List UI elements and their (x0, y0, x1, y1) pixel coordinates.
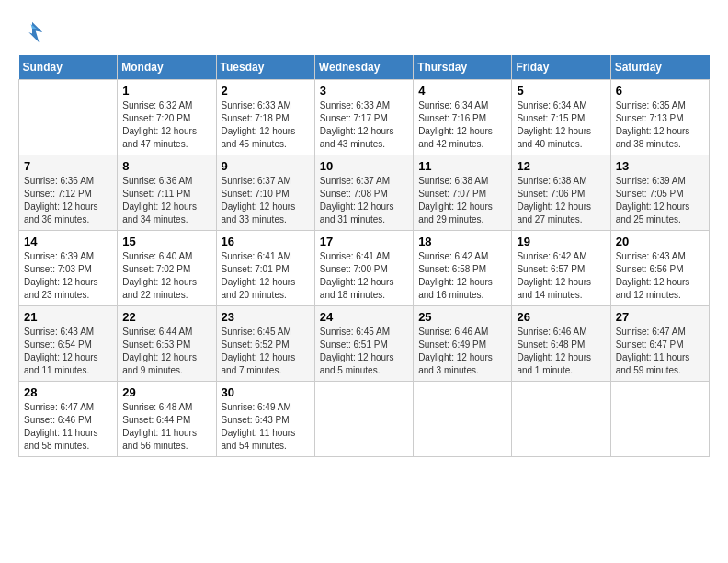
svg-marker-0 (28, 22, 42, 43)
day-info: Sunrise: 6:42 AM Sunset: 6:58 PM Dayligh… (418, 250, 506, 302)
day-info: Sunrise: 6:39 AM Sunset: 7:05 PM Dayligh… (616, 175, 704, 226)
day-number: 11 (418, 159, 506, 173)
calendar-cell: 7Sunrise: 6:36 AM Sunset: 7:12 PM Daylig… (19, 155, 118, 231)
day-header-tuesday: Tuesday (216, 55, 314, 80)
day-number: 23 (222, 310, 310, 324)
calendar-cell (512, 382, 610, 457)
day-info: Sunrise: 6:45 AM Sunset: 6:51 PM Dayligh… (320, 326, 408, 377)
day-number: 27 (616, 310, 704, 324)
day-info: Sunrise: 6:45 AM Sunset: 6:52 PM Dayligh… (222, 326, 310, 377)
calendar-cell: 21Sunrise: 6:43 AM Sunset: 6:54 PM Dayli… (19, 306, 118, 382)
calendar-cell: 11Sunrise: 6:38 AM Sunset: 7:07 PM Dayli… (414, 155, 512, 231)
day-number: 6 (616, 84, 704, 98)
day-number: 19 (517, 235, 605, 248)
day-number: 2 (222, 84, 310, 98)
day-info: Sunrise: 6:38 AM Sunset: 7:06 PM Dayligh… (517, 175, 605, 226)
day-number: 4 (418, 84, 506, 98)
day-info: Sunrise: 6:34 AM Sunset: 7:15 PM Dayligh… (517, 99, 605, 151)
logo-icon (18, 18, 46, 46)
day-number: 12 (517, 159, 605, 173)
calendar-week-5: 28Sunrise: 6:47 AM Sunset: 6:46 PM Dayli… (19, 382, 710, 457)
day-info: Sunrise: 6:47 AM Sunset: 6:47 PM Dayligh… (616, 326, 704, 377)
calendar-cell: 5Sunrise: 6:34 AM Sunset: 7:15 PM Daylig… (512, 80, 610, 155)
day-info: Sunrise: 6:33 AM Sunset: 7:18 PM Dayligh… (222, 99, 310, 151)
day-info: Sunrise: 6:43 AM Sunset: 6:56 PM Dayligh… (616, 250, 704, 302)
day-info: Sunrise: 6:34 AM Sunset: 7:16 PM Dayligh… (418, 99, 506, 151)
calendar-cell (19, 80, 118, 155)
calendar-cell: 24Sunrise: 6:45 AM Sunset: 6:51 PM Dayli… (314, 306, 413, 382)
day-number: 20 (616, 235, 704, 248)
calendar-cell: 12Sunrise: 6:38 AM Sunset: 7:06 PM Dayli… (512, 155, 610, 231)
calendar-week-3: 14Sunrise: 6:39 AM Sunset: 7:03 PM Dayli… (19, 231, 710, 306)
day-number: 9 (222, 159, 310, 173)
calendar-cell: 6Sunrise: 6:35 AM Sunset: 7:13 PM Daylig… (610, 80, 709, 155)
day-info: Sunrise: 6:35 AM Sunset: 7:13 PM Dayligh… (616, 99, 704, 151)
day-info: Sunrise: 6:37 AM Sunset: 7:10 PM Dayligh… (222, 175, 310, 226)
day-number: 13 (616, 159, 704, 173)
day-info: Sunrise: 6:49 AM Sunset: 6:43 PM Dayligh… (222, 401, 310, 453)
day-number: 14 (24, 235, 112, 248)
calendar-cell: 14Sunrise: 6:39 AM Sunset: 7:03 PM Dayli… (19, 231, 118, 306)
day-header-saturday: Saturday (610, 55, 709, 80)
day-number: 28 (24, 385, 112, 399)
day-number: 3 (320, 84, 408, 98)
calendar-week-1: 1Sunrise: 6:32 AM Sunset: 7:20 PM Daylig… (19, 80, 710, 155)
calendar-week-4: 21Sunrise: 6:43 AM Sunset: 6:54 PM Dayli… (19, 306, 710, 382)
calendar-cell (414, 382, 512, 457)
calendar-cell: 3Sunrise: 6:33 AM Sunset: 7:17 PM Daylig… (314, 80, 413, 155)
day-number: 5 (517, 84, 605, 98)
calendar-cell: 28Sunrise: 6:47 AM Sunset: 6:46 PM Dayli… (19, 382, 118, 457)
day-info: Sunrise: 6:44 AM Sunset: 6:53 PM Dayligh… (122, 326, 210, 377)
calendar-cell: 4Sunrise: 6:34 AM Sunset: 7:16 PM Daylig… (414, 80, 512, 155)
day-info: Sunrise: 6:39 AM Sunset: 7:03 PM Dayligh… (24, 250, 112, 302)
calendar-cell: 10Sunrise: 6:37 AM Sunset: 7:08 PM Dayli… (314, 155, 413, 231)
calendar-cell: 2Sunrise: 6:33 AM Sunset: 7:18 PM Daylig… (216, 80, 314, 155)
page-header (18, 18, 710, 46)
day-info: Sunrise: 6:48 AM Sunset: 6:44 PM Dayligh… (122, 401, 210, 453)
day-info: Sunrise: 6:32 AM Sunset: 7:20 PM Dayligh… (122, 99, 210, 151)
day-info: Sunrise: 6:41 AM Sunset: 7:01 PM Dayligh… (222, 250, 310, 302)
day-number: 10 (320, 159, 408, 173)
day-header-thursday: Thursday (414, 55, 512, 80)
day-header-sunday: Sunday (19, 55, 118, 80)
day-number: 25 (418, 310, 506, 324)
calendar-cell (610, 382, 709, 457)
day-number: 8 (122, 159, 210, 173)
day-number: 16 (222, 235, 310, 248)
calendar-cell: 22Sunrise: 6:44 AM Sunset: 6:53 PM Dayli… (118, 306, 216, 382)
calendar-cell: 29Sunrise: 6:48 AM Sunset: 6:44 PM Dayli… (118, 382, 216, 457)
day-info: Sunrise: 6:41 AM Sunset: 7:00 PM Dayligh… (320, 250, 408, 302)
day-info: Sunrise: 6:37 AM Sunset: 7:08 PM Dayligh… (320, 175, 408, 226)
day-number: 7 (24, 159, 112, 173)
logo (18, 18, 50, 46)
day-header-monday: Monday (118, 55, 216, 80)
day-number: 17 (320, 235, 408, 248)
day-info: Sunrise: 6:46 AM Sunset: 6:49 PM Dayligh… (418, 326, 506, 377)
calendar-cell: 13Sunrise: 6:39 AM Sunset: 7:05 PM Dayli… (610, 155, 709, 231)
calendar-cell: 26Sunrise: 6:46 AM Sunset: 6:48 PM Dayli… (512, 306, 610, 382)
calendar-cell: 17Sunrise: 6:41 AM Sunset: 7:00 PM Dayli… (314, 231, 413, 306)
calendar-cell: 23Sunrise: 6:45 AM Sunset: 6:52 PM Dayli… (216, 306, 314, 382)
day-header-wednesday: Wednesday (314, 55, 413, 80)
calendar-cell (314, 382, 413, 457)
day-number: 22 (122, 310, 210, 324)
calendar-cell: 16Sunrise: 6:41 AM Sunset: 7:01 PM Dayli… (216, 231, 314, 306)
day-info: Sunrise: 6:40 AM Sunset: 7:02 PM Dayligh… (122, 250, 210, 302)
day-info: Sunrise: 6:36 AM Sunset: 7:12 PM Dayligh… (24, 175, 112, 226)
day-number: 24 (320, 310, 408, 324)
day-info: Sunrise: 6:46 AM Sunset: 6:48 PM Dayligh… (517, 326, 605, 377)
day-info: Sunrise: 6:36 AM Sunset: 7:11 PM Dayligh… (122, 175, 210, 226)
day-number: 18 (418, 235, 506, 248)
calendar-cell: 15Sunrise: 6:40 AM Sunset: 7:02 PM Dayli… (118, 231, 216, 306)
calendar-cell: 18Sunrise: 6:42 AM Sunset: 6:58 PM Dayli… (414, 231, 512, 306)
calendar-cell: 30Sunrise: 6:49 AM Sunset: 6:43 PM Dayli… (216, 382, 314, 457)
calendar-cell: 25Sunrise: 6:46 AM Sunset: 6:49 PM Dayli… (414, 306, 512, 382)
day-info: Sunrise: 6:42 AM Sunset: 6:57 PM Dayligh… (517, 250, 605, 302)
calendar-cell: 1Sunrise: 6:32 AM Sunset: 7:20 PM Daylig… (118, 80, 216, 155)
calendar-header-row: SundayMondayTuesdayWednesdayThursdayFrid… (19, 55, 710, 80)
day-info: Sunrise: 6:43 AM Sunset: 6:54 PM Dayligh… (24, 326, 112, 377)
day-number: 30 (222, 385, 310, 399)
day-number: 1 (122, 84, 210, 98)
day-header-friday: Friday (512, 55, 610, 80)
day-number: 26 (517, 310, 605, 324)
